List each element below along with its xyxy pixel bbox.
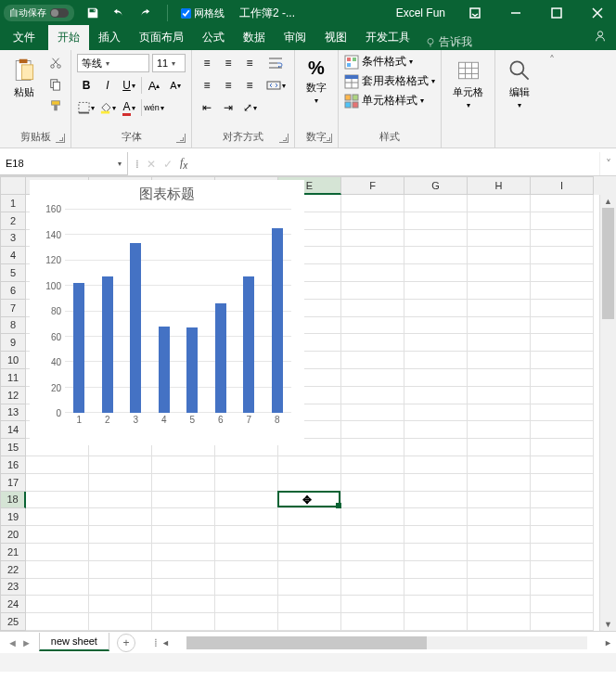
cell[interactable] [89,456,152,474]
cell[interactable] [341,526,404,544]
cell[interactable] [341,439,404,456]
row-header[interactable]: 5 [0,264,26,282]
shrink-font-button[interactable]: A▾ [166,76,185,95]
cell[interactable] [531,317,594,335]
paste-button[interactable]: 粘贴 [6,54,43,103]
cell[interactable] [531,195,594,212]
minimize-button[interactable] [497,0,534,26]
col-header[interactable]: F [341,176,404,195]
cell[interactable] [341,195,404,212]
cell[interactable] [152,579,215,597]
row-header[interactable]: 9 [0,334,26,352]
row-header[interactable]: 11 [0,369,26,387]
cell[interactable] [468,300,531,317]
scroll-down-icon[interactable]: ▼ [600,618,616,631]
row-header[interactable]: 14 [0,421,26,439]
chart-bar[interactable] [272,228,283,413]
vertical-scrollbar[interactable]: ▲ ▼ [599,195,616,631]
cell[interactable] [404,544,468,561]
cell[interactable] [404,212,468,230]
cell-styles-button[interactable]: 单元格样式▾ [344,93,435,109]
cell[interactable] [215,526,278,544]
cell[interactable] [278,474,341,492]
cell[interactable] [341,230,404,248]
cell[interactable] [215,508,278,526]
decrease-indent-button[interactable]: ⇤ [198,98,216,117]
cell[interactable] [26,596,89,613]
tell-me[interactable]: 告诉我 [425,34,472,50]
cell[interactable] [531,579,594,597]
row-header[interactable]: 10 [0,352,26,369]
cell[interactable] [531,369,594,387]
grow-font-button[interactable]: A▴ [145,76,163,95]
bold-button[interactable]: B [77,76,96,95]
copy-button[interactable] [46,75,65,94]
cell[interactable] [531,613,594,631]
cell[interactable] [531,492,594,509]
row-header[interactable]: 4 [0,247,26,264]
cell[interactable] [468,596,531,613]
cell[interactable] [531,474,594,492]
cell[interactable] [404,334,468,352]
row-header[interactable]: 7 [0,300,26,317]
undo-button[interactable] [109,4,128,22]
cell[interactable] [341,247,404,264]
add-sheet-button[interactable]: + [117,634,135,652]
editing-button[interactable]: 编辑 ▾ [501,54,538,113]
cell[interactable] [531,561,594,579]
row-header[interactable]: 15 [0,439,26,456]
maximize-button[interactable] [538,0,575,26]
cell[interactable] [468,613,531,631]
chart-bar[interactable] [159,327,170,414]
cell[interactable] [404,317,468,335]
cell[interactable] [341,317,404,335]
row-header[interactable]: 16 [0,456,26,474]
save-button[interactable] [83,4,102,22]
font-color-button[interactable]: A▾ [120,98,138,117]
chart-plot-area[interactable]: 020406080100120140160 12345678 [65,209,291,428]
scroll-left-icon[interactable]: ◄ [158,638,173,648]
cell[interactable] [531,508,594,526]
tab-review[interactable]: 审阅 [275,25,315,50]
cell[interactable] [278,596,341,613]
cell[interactable] [89,561,152,579]
cell[interactable] [404,492,468,509]
cell[interactable] [215,492,278,509]
hscroll-thumb[interactable] [186,636,427,649]
horizontal-scrollbar[interactable]: ⁞ ◄ ► [154,636,616,649]
cell[interactable] [341,334,404,352]
number-format-button[interactable]: % 数字 ▾ [301,54,332,109]
cell[interactable] [341,579,404,597]
cell[interactable] [468,456,531,474]
cell[interactable] [404,247,468,264]
cell[interactable] [531,334,594,352]
gridlines-check-icon[interactable] [181,8,191,19]
cell[interactable] [468,387,531,404]
tab-data[interactable]: 数据 [234,25,275,50]
share-button[interactable] [584,25,616,50]
cell[interactable] [341,596,404,613]
cell[interactable] [341,369,404,387]
cell[interactable] [404,508,468,526]
row-header[interactable]: 23 [0,579,26,597]
embedded-chart[interactable]: 图表标题 020406080100120140160 12345678 [30,180,304,445]
chart-bar[interactable] [73,283,84,413]
nav-next-icon[interactable]: ► [21,637,32,648]
cell[interactable] [468,544,531,561]
cell[interactable] [468,247,531,264]
cell[interactable] [341,300,404,317]
dialog-launcher-icon[interactable] [323,134,332,143]
cell[interactable] [26,474,89,492]
col-header[interactable]: I [531,176,594,195]
cell[interactable] [341,421,404,439]
cell[interactable] [531,352,594,369]
cell[interactable] [404,456,468,474]
cell[interactable] [278,456,341,474]
cell[interactable] [278,526,341,544]
cell[interactable] [531,456,594,474]
align-middle-button[interactable]: ≡ [219,54,237,72]
cell[interactable] [468,474,531,492]
cell[interactable] [341,613,404,631]
autosave-toggle[interactable]: 自动保存 [4,5,74,21]
fill-color-button[interactable]: ▾ [98,98,117,117]
